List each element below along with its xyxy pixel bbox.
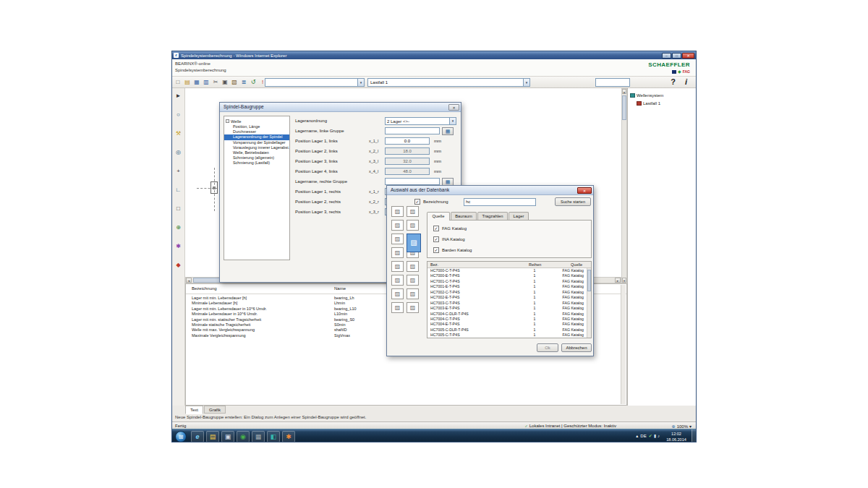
add-element-icon[interactable]: ⊕ — [174, 223, 183, 232]
bearing-type-option[interactable]: ▨ — [407, 206, 419, 217]
vertical-scroll-thumb[interactable] — [622, 95, 626, 120]
taskbar-console-icon[interactable]: ▦ — [252, 431, 265, 442]
chevron-down-icon[interactable]: ▾ — [449, 118, 456, 124]
scroll-right-icon[interactable]: ► — [615, 278, 621, 283]
refresh-icon[interactable]: ↺ — [250, 78, 257, 86]
checkbox-barden-katalog[interactable]: ✓ — [433, 247, 439, 253]
scroll-up-icon[interactable]: ▲ — [622, 89, 626, 94]
model-select[interactable]: ▾ — [265, 78, 365, 87]
tree-root-row[interactable]: − Welle — [224, 118, 289, 124]
paste-icon[interactable]: ▧ — [231, 78, 238, 86]
catalog-row[interactable]: HC7001-C-T-P4S1FAG Katalog — [427, 279, 587, 284]
tab-tragzahlen[interactable]: Tragzahlen — [477, 212, 508, 220]
tree-item-6[interactable]: Welle, Betriebsdaten — [224, 150, 289, 155]
search-input[interactable]: hc — [464, 198, 536, 206]
measure-icon[interactable]: ✱ — [174, 241, 183, 251]
position-left-3-input[interactable]: 32.0 — [385, 158, 430, 165]
bearing-type-option[interactable]: ▨ — [407, 220, 419, 231]
position-left-4-input[interactable]: 48.0 — [385, 168, 430, 175]
checkbox-ina-katalog[interactable]: ✓ — [433, 236, 439, 242]
tab-grafik[interactable]: Grafik — [204, 406, 226, 414]
catalog-row[interactable]: HC7003-E-T-P4S1FAG Katalog — [427, 306, 587, 311]
dialog-close-button[interactable]: ✕ — [448, 104, 459, 111]
maximize-button[interactable]: □ — [672, 53, 681, 59]
bearing-type-option[interactable]: ▨ — [391, 302, 404, 313]
checkbox-fag-katalog[interactable]: ✓ — [433, 226, 439, 231]
left-group-name-catalog-button[interactable]: ▦ — [442, 127, 454, 135]
section-icon[interactable]: □ — [174, 204, 183, 213]
designation-checkbox[interactable]: ✓ — [414, 199, 420, 205]
catalog-row[interactable]: HC7004-C-T-P4S1FAG Katalog — [427, 317, 587, 322]
tab-lager[interactable]: Lager — [509, 212, 529, 220]
bearing-type-option[interactable]: ▨ — [407, 288, 419, 299]
tree-item-7[interactable]: Schmierung (allgemein) — [224, 155, 289, 160]
copy-icon[interactable]: ▣ — [221, 78, 229, 86]
loadcase-select[interactable]: Lastfall 1 ▾ — [367, 78, 530, 87]
catalog-scrollbar[interactable] — [587, 268, 591, 338]
bearing-type-selected[interactable]: ▨ — [407, 234, 421, 252]
report-icon[interactable]: ≣ — [240, 78, 247, 86]
catalog-row[interactable]: HC7002-C-T-P4S1FAG Katalog — [427, 290, 587, 295]
bearing-type-option[interactable]: ▨ — [391, 206, 404, 217]
taskbar-orange-app-icon[interactable]: ✱ — [282, 431, 295, 442]
marker-icon[interactable]: ◆ — [174, 260, 183, 270]
save-all-icon[interactable]: ▥ — [203, 78, 210, 86]
tree-item-8[interactable]: Schmierung (Lastfall) — [224, 160, 289, 166]
info-button[interactable]: i — [685, 77, 687, 86]
tree-item-2[interactable]: Durchmesser — [224, 129, 289, 134]
catalog-row[interactable]: HC7004-C-DLR-T-P4S1FAG Katalog — [427, 312, 587, 317]
bearing-type-option[interactable]: ▨ — [391, 234, 404, 244]
cut-icon[interactable]: ✂ — [212, 78, 219, 86]
vertical-scrollbar[interactable]: ▲ ▼ — [621, 88, 627, 283]
help-button[interactable]: ? — [671, 77, 676, 86]
chevron-down-icon[interactable]: ▾ — [689, 424, 692, 429]
minimize-button[interactable]: – — [662, 53, 671, 59]
bearing-type-option[interactable]: ▨ — [407, 261, 419, 272]
taskbar-teal-app-icon[interactable]: ◧ — [267, 431, 280, 442]
select-cursor-icon[interactable]: ► — [174, 91, 183, 100]
show-desktop-button[interactable] — [692, 429, 696, 442]
left-group-name-input[interactable] — [385, 127, 440, 134]
tray-expand-icon[interactable]: ▴ — [636, 432, 638, 440]
tab-bauraum[interactable]: Bauraum — [451, 212, 477, 220]
tree-item-5[interactable]: Vorauslegung innerer Lagerabst. — [224, 145, 289, 150]
tray-security-icon[interactable]: ✔ — [649, 432, 652, 440]
toolbar-mini-input[interactable] — [595, 78, 630, 87]
bearing-type-option[interactable]: ▨ — [391, 275, 404, 286]
cancel-button[interactable]: Abbrechen — [561, 343, 592, 352]
bearing-type-option[interactable]: ▨ — [391, 261, 404, 272]
catalog-row[interactable]: HC7005-C-DLR-T-P4S1FAG Katalog — [427, 328, 587, 333]
tree-item-1[interactable]: Position, Länge — [224, 124, 289, 129]
tree-item-4[interactable]: Vorspannung der Spindellager — [224, 140, 289, 145]
tree-item[interactable]: Wellensystem — [630, 91, 696, 99]
scroll-left-icon[interactable]: ◄ — [186, 278, 192, 283]
chevron-down-icon[interactable]: ▾ — [523, 79, 529, 86]
catalog-row[interactable]: HC7002-E-T-P4S1FAG Katalog — [427, 295, 587, 300]
save-icon[interactable]: ▦ — [193, 78, 200, 86]
ok-button[interactable]: Ok — [537, 343, 558, 352]
start-search-button[interactable]: Suche starten — [555, 197, 591, 206]
scroll-down-icon[interactable]: ▼ — [622, 278, 626, 283]
open-icon[interactable]: ▤ — [184, 78, 191, 86]
pan-icon[interactable]: + — [174, 166, 183, 176]
new-document-icon[interactable]: □ — [174, 78, 182, 86]
tree-item-3[interactable]: Lageranordnung der Spindel — [224, 134, 289, 140]
statusbar-zoom[interactable]: ⊕ 100% ▾ — [672, 424, 692, 429]
tree-item[interactable]: Lastfall 1 — [630, 99, 696, 107]
close-button[interactable]: ✕ — [682, 53, 694, 59]
catalog-row[interactable]: HC7000-E-T-P4S1FAG Katalog — [427, 273, 587, 278]
bearing-type-option[interactable]: ▨ — [407, 302, 419, 313]
taskbar-explorer-icon[interactable]: ▣ — [221, 431, 234, 442]
axes-icon[interactable]: ∟ — [174, 185, 183, 194]
position-left-1-input[interactable]: 0.0 — [385, 137, 430, 145]
bearing-type-option[interactable]: ▨ — [407, 275, 419, 286]
zoom-icon[interactable]: ○ — [174, 110, 183, 119]
collapse-icon[interactable]: − — [226, 119, 229, 123]
tools-icon[interactable]: ⚒ — [174, 129, 183, 138]
catalog-row[interactable]: HC7004-E-T-P4S1FAG Katalog — [427, 322, 587, 327]
language-indicator[interactable]: DE — [640, 432, 646, 440]
tray-volume-icon[interactable]: ♪ — [658, 432, 660, 440]
position-left-2-input[interactable]: 18.0 — [385, 147, 430, 155]
taskbar-ie-icon[interactable]: e — [191, 431, 204, 442]
dialog-close-button[interactable]: ✕ — [577, 187, 592, 194]
